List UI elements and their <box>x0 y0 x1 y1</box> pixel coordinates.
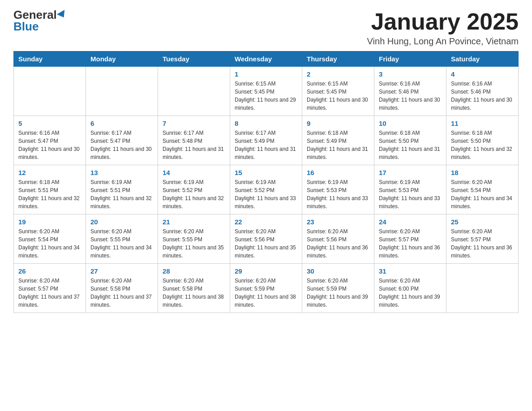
calendar-cell: 12Sunrise: 6:18 AM Sunset: 5:51 PM Dayli… <box>14 165 86 214</box>
logo-blue-text: Blue <box>13 21 39 32</box>
day-info: Sunrise: 6:16 AM Sunset: 5:46 PM Dayligh… <box>451 80 514 112</box>
day-info: Sunrise: 6:20 AM Sunset: 5:57 PM Dayligh… <box>451 227 514 260</box>
day-number: 22 <box>235 218 297 226</box>
day-info: Sunrise: 6:18 AM Sunset: 5:51 PM Dayligh… <box>18 178 81 210</box>
calendar-header-wednesday: Wednesday <box>230 51 302 67</box>
calendar-header-sunday: Sunday <box>14 51 86 67</box>
calendar-header-friday: Friday <box>374 51 446 67</box>
calendar-cell: 17Sunrise: 6:19 AM Sunset: 5:53 PM Dayli… <box>374 165 446 214</box>
calendar-cell: 25Sunrise: 6:20 AM Sunset: 5:57 PM Dayli… <box>446 214 519 264</box>
calendar-cell: 11Sunrise: 6:18 AM Sunset: 5:50 PM Dayli… <box>446 116 519 165</box>
calendar-cell: 30Sunrise: 6:20 AM Sunset: 5:59 PM Dayli… <box>302 264 374 313</box>
calendar-header-monday: Monday <box>86 51 158 67</box>
calendar-cell: 16Sunrise: 6:19 AM Sunset: 5:53 PM Dayli… <box>302 165 374 214</box>
day-info: Sunrise: 6:15 AM Sunset: 5:45 PM Dayligh… <box>307 80 369 112</box>
day-number: 20 <box>90 218 153 226</box>
calendar-cell: 13Sunrise: 6:19 AM Sunset: 5:51 PM Dayli… <box>86 165 158 214</box>
day-number: 28 <box>163 267 225 275</box>
page-subtitle: Vinh Hung, Long An Povince, Vietnam <box>367 36 519 47</box>
calendar-cell: 6Sunrise: 6:17 AM Sunset: 5:47 PM Daylig… <box>86 116 158 165</box>
calendar-cell: 3Sunrise: 6:16 AM Sunset: 5:46 PM Daylig… <box>374 67 446 116</box>
calendar-header-thursday: Thursday <box>302 51 374 67</box>
day-number: 11 <box>451 120 514 127</box>
day-info: Sunrise: 6:20 AM Sunset: 5:54 PM Dayligh… <box>451 178 514 210</box>
day-info: Sunrise: 6:17 AM Sunset: 5:49 PM Dayligh… <box>235 129 297 161</box>
calendar-cell: 9Sunrise: 6:18 AM Sunset: 5:49 PM Daylig… <box>302 116 374 165</box>
day-info: Sunrise: 6:18 AM Sunset: 5:50 PM Dayligh… <box>451 129 514 161</box>
page-title: January 2025 <box>367 9 519 34</box>
calendar-week-5: 26Sunrise: 6:20 AM Sunset: 5:57 PM Dayli… <box>14 264 519 313</box>
day-info: Sunrise: 6:20 AM Sunset: 5:57 PM Dayligh… <box>18 277 81 309</box>
day-info: Sunrise: 6:20 AM Sunset: 5:59 PM Dayligh… <box>307 277 369 309</box>
day-number: 2 <box>307 70 369 78</box>
calendar-cell: 21Sunrise: 6:20 AM Sunset: 5:55 PM Dayli… <box>158 214 230 264</box>
day-info: Sunrise: 6:20 AM Sunset: 5:56 PM Dayligh… <box>235 227 297 260</box>
day-number: 3 <box>379 70 442 78</box>
logo: General Blue <box>13 9 67 32</box>
day-info: Sunrise: 6:20 AM Sunset: 5:57 PM Dayligh… <box>379 227 442 260</box>
day-number: 4 <box>451 70 514 78</box>
calendar-cell: 8Sunrise: 6:17 AM Sunset: 5:49 PM Daylig… <box>230 116 302 165</box>
calendar-cell: 10Sunrise: 6:18 AM Sunset: 5:50 PM Dayli… <box>374 116 446 165</box>
day-info: Sunrise: 6:15 AM Sunset: 5:45 PM Dayligh… <box>235 80 297 112</box>
day-number: 12 <box>18 169 81 176</box>
day-info: Sunrise: 6:17 AM Sunset: 5:48 PM Dayligh… <box>163 129 225 161</box>
calendar-week-1: 1Sunrise: 6:15 AM Sunset: 5:45 PM Daylig… <box>14 67 519 116</box>
day-info: Sunrise: 6:20 AM Sunset: 5:58 PM Dayligh… <box>90 277 153 309</box>
day-number: 29 <box>235 267 297 275</box>
day-info: Sunrise: 6:20 AM Sunset: 5:55 PM Dayligh… <box>90 227 153 260</box>
calendar-header-tuesday: Tuesday <box>158 51 230 67</box>
calendar-cell: 29Sunrise: 6:20 AM Sunset: 5:59 PM Dayli… <box>230 264 302 313</box>
day-info: Sunrise: 6:20 AM Sunset: 5:58 PM Dayligh… <box>163 277 225 309</box>
calendar-cell <box>446 264 519 313</box>
day-number: 7 <box>163 120 225 127</box>
day-info: Sunrise: 6:18 AM Sunset: 5:49 PM Dayligh… <box>307 129 369 161</box>
day-info: Sunrise: 6:20 AM Sunset: 5:56 PM Dayligh… <box>307 227 369 260</box>
day-number: 10 <box>379 120 442 127</box>
day-info: Sunrise: 6:19 AM Sunset: 5:51 PM Dayligh… <box>90 178 153 210</box>
day-number: 19 <box>18 218 81 226</box>
day-number: 21 <box>163 218 225 226</box>
title-area: January 2025 Vinh Hung, Long An Povince,… <box>367 9 519 47</box>
calendar-cell: 19Sunrise: 6:20 AM Sunset: 5:54 PM Dayli… <box>14 214 86 264</box>
logo-general-text: General <box>13 9 57 21</box>
calendar-cell: 15Sunrise: 6:19 AM Sunset: 5:52 PM Dayli… <box>230 165 302 214</box>
day-number: 16 <box>307 169 369 176</box>
day-info: Sunrise: 6:16 AM Sunset: 5:46 PM Dayligh… <box>379 80 442 112</box>
day-number: 23 <box>307 218 369 226</box>
day-info: Sunrise: 6:17 AM Sunset: 5:47 PM Dayligh… <box>90 129 153 161</box>
calendar-cell: 18Sunrise: 6:20 AM Sunset: 5:54 PM Dayli… <box>446 165 519 214</box>
day-number: 5 <box>18 120 81 127</box>
day-number: 13 <box>90 169 153 176</box>
day-number: 31 <box>379 267 442 275</box>
day-number: 14 <box>163 169 225 176</box>
day-number: 27 <box>90 267 153 275</box>
day-info: Sunrise: 6:19 AM Sunset: 5:53 PM Dayligh… <box>379 178 442 210</box>
calendar-cell: 31Sunrise: 6:20 AM Sunset: 6:00 PM Dayli… <box>374 264 446 313</box>
calendar-cell: 2Sunrise: 6:15 AM Sunset: 5:45 PM Daylig… <box>302 67 374 116</box>
calendar-week-2: 5Sunrise: 6:16 AM Sunset: 5:47 PM Daylig… <box>14 116 519 165</box>
calendar-header-saturday: Saturday <box>446 51 519 67</box>
calendar-cell: 20Sunrise: 6:20 AM Sunset: 5:55 PM Dayli… <box>86 214 158 264</box>
day-info: Sunrise: 6:20 AM Sunset: 5:55 PM Dayligh… <box>163 227 225 260</box>
calendar-cell: 5Sunrise: 6:16 AM Sunset: 5:47 PM Daylig… <box>14 116 86 165</box>
day-info: Sunrise: 6:20 AM Sunset: 6:00 PM Dayligh… <box>379 277 442 309</box>
calendar-cell: 28Sunrise: 6:20 AM Sunset: 5:58 PM Dayli… <box>158 264 230 313</box>
day-info: Sunrise: 6:20 AM Sunset: 5:59 PM Dayligh… <box>235 277 297 309</box>
day-info: Sunrise: 6:19 AM Sunset: 5:53 PM Dayligh… <box>307 178 369 210</box>
logo-triangle-icon <box>57 10 68 20</box>
calendar-cell: 7Sunrise: 6:17 AM Sunset: 5:48 PM Daylig… <box>158 116 230 165</box>
day-info: Sunrise: 6:20 AM Sunset: 5:54 PM Dayligh… <box>18 227 81 260</box>
day-number: 8 <box>235 120 297 127</box>
day-number: 1 <box>235 70 297 78</box>
calendar-cell: 14Sunrise: 6:19 AM Sunset: 5:52 PM Dayli… <box>158 165 230 214</box>
calendar-cell: 24Sunrise: 6:20 AM Sunset: 5:57 PM Dayli… <box>374 214 446 264</box>
day-number: 6 <box>90 120 153 127</box>
calendar-week-4: 19Sunrise: 6:20 AM Sunset: 5:54 PM Dayli… <box>14 214 519 264</box>
calendar-cell: 1Sunrise: 6:15 AM Sunset: 5:45 PM Daylig… <box>230 67 302 116</box>
calendar-table: SundayMondayTuesdayWednesdayThursdayFrid… <box>13 51 519 313</box>
calendar-cell <box>86 67 158 116</box>
day-number: 30 <box>307 267 369 275</box>
calendar-cell <box>14 67 86 116</box>
calendar-header-row: SundayMondayTuesdayWednesdayThursdayFrid… <box>14 51 519 67</box>
